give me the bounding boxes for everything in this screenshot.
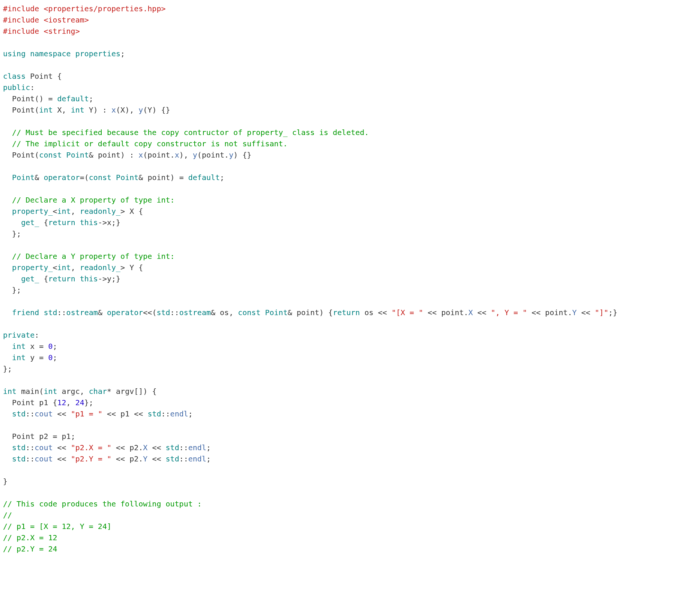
code-token: const bbox=[39, 150, 62, 159]
code-token: // Declare a X property of type int: bbox=[12, 195, 174, 204]
code-token: <string> bbox=[44, 27, 80, 36]
code-token: Point bbox=[265, 308, 287, 317]
code-token: // bbox=[3, 511, 12, 520]
code-token: ; bbox=[206, 454, 211, 463]
code-token: Point() = bbox=[12, 94, 57, 103]
code-token: "p2.X = " bbox=[71, 443, 111, 452]
code-line: public: bbox=[3, 83, 35, 92]
code-token: cout bbox=[35, 454, 53, 463]
code-line: std::cout << "p1 = " << p1 << std::endl; bbox=[3, 409, 193, 418]
code-token: this bbox=[80, 274, 98, 283]
code-token: & os, bbox=[211, 308, 238, 317]
code-token: friend bbox=[12, 308, 39, 317]
code-line: // p1 = [X = 12, Y = 24] bbox=[3, 522, 111, 531]
code-token: // p2.X = 12 bbox=[3, 533, 57, 542]
code-token: }; bbox=[12, 285, 21, 294]
code-token: "[X = " bbox=[392, 308, 423, 317]
code-token bbox=[62, 150, 66, 159]
code-token: std bbox=[156, 308, 170, 317]
code-token: (point. bbox=[143, 150, 174, 159]
code-token: } bbox=[3, 477, 8, 486]
code-line: using namespace properties; bbox=[3, 49, 125, 58]
code-token bbox=[75, 274, 80, 283]
code-token: private bbox=[3, 331, 35, 340]
code-token: :: bbox=[26, 454, 35, 463]
code-token: }; bbox=[3, 364, 12, 373]
code-token: << p2. bbox=[111, 443, 143, 452]
code-token: Point bbox=[12, 173, 35, 182]
code-token: (point. bbox=[197, 150, 229, 159]
code-token: y bbox=[107, 274, 111, 283]
code-line: Point() = default; bbox=[3, 94, 93, 103]
code-line: // p2.X = 12 bbox=[3, 533, 57, 542]
code-token bbox=[26, 49, 30, 58]
code-line: #include <string> bbox=[3, 27, 80, 36]
code-token: << bbox=[53, 409, 71, 418]
code-token: 24 bbox=[75, 398, 84, 407]
code-token: std bbox=[12, 443, 26, 452]
code-token: return bbox=[48, 218, 75, 227]
code-token: { bbox=[39, 274, 48, 283]
code-token: x bbox=[111, 105, 116, 114]
code-token: (X), bbox=[116, 105, 138, 114]
code-token: operator bbox=[107, 308, 143, 317]
code-token: os << bbox=[360, 308, 391, 317]
code-token: :: bbox=[26, 443, 35, 452]
code-token: & bbox=[98, 308, 107, 317]
code-token: <iostream> bbox=[44, 15, 89, 24]
code-token: ; bbox=[53, 342, 57, 351]
code-token: }; bbox=[12, 229, 21, 238]
code-line: }; bbox=[3, 364, 12, 373]
code-token: << p1 << bbox=[102, 409, 147, 418]
code-line: }; bbox=[3, 285, 21, 294]
code-token: ), bbox=[179, 150, 193, 159]
code-line: private: bbox=[3, 331, 39, 340]
code-token: * argv[]) { bbox=[107, 387, 156, 396]
code-line: // bbox=[3, 511, 12, 520]
code-token: std bbox=[12, 454, 26, 463]
code-token: << bbox=[473, 308, 491, 317]
code-token: // Must be specified because the copy co… bbox=[12, 128, 369, 137]
code-line: // Must be specified because the copy co… bbox=[3, 128, 369, 137]
code-line: // The implicit or default copy construc… bbox=[3, 139, 288, 148]
code-line: std::cout << "p2.X = " << p2.X << std::e… bbox=[3, 443, 211, 452]
code-token: Point bbox=[30, 72, 53, 81]
code-token: ostream bbox=[66, 308, 98, 317]
code-token: ;} bbox=[111, 274, 120, 283]
code-line: get_ {return this->x;} bbox=[3, 218, 120, 227]
code-token: , bbox=[66, 398, 75, 407]
code-token: < bbox=[53, 207, 57, 216]
code-token bbox=[26, 72, 30, 81]
code-token: Y bbox=[143, 454, 147, 463]
code-line: get_ {return this->y;} bbox=[3, 274, 120, 283]
code-token: #include bbox=[3, 27, 44, 36]
code-line: Point(int X, int Y) : x(X), y(Y) {} bbox=[3, 105, 170, 114]
code-token: Y) : bbox=[84, 105, 111, 114]
code-line: // Declare a X property of type int: bbox=[3, 195, 175, 204]
code-token: y = bbox=[26, 353, 48, 362]
code-token: : bbox=[35, 331, 39, 340]
code-token: // Declare a Y property of type int: bbox=[12, 252, 174, 261]
code-line: property_<int, readonly_> Y { bbox=[3, 263, 143, 272]
code-token: & point) : bbox=[89, 150, 138, 159]
code-token: { bbox=[39, 218, 48, 227]
code-token: ; bbox=[53, 353, 57, 362]
code-token: int bbox=[12, 353, 26, 362]
code-token: argc, bbox=[57, 387, 89, 396]
code-token: class bbox=[3, 72, 26, 81]
code-token: :: bbox=[179, 443, 188, 452]
code-token: -> bbox=[98, 274, 107, 283]
code-token: const bbox=[89, 173, 111, 182]
code-token: using bbox=[3, 49, 26, 58]
code-token: properties bbox=[75, 49, 120, 58]
code-line: property_<int, readonly_> X { bbox=[3, 207, 143, 216]
code-line: Point(const Point& point) : x(point.x), … bbox=[3, 150, 251, 159]
code-line: }; bbox=[3, 229, 21, 238]
code-line: Point& operator=(const Point& point) = d… bbox=[3, 173, 224, 182]
code-token: 0 bbox=[48, 342, 53, 351]
code-token: int bbox=[71, 105, 84, 114]
code-token: return bbox=[48, 274, 75, 283]
code-token: :: bbox=[26, 409, 35, 418]
code-token: << p2. bbox=[111, 454, 143, 463]
code-line: Point p1 {12, 24}; bbox=[3, 398, 93, 407]
